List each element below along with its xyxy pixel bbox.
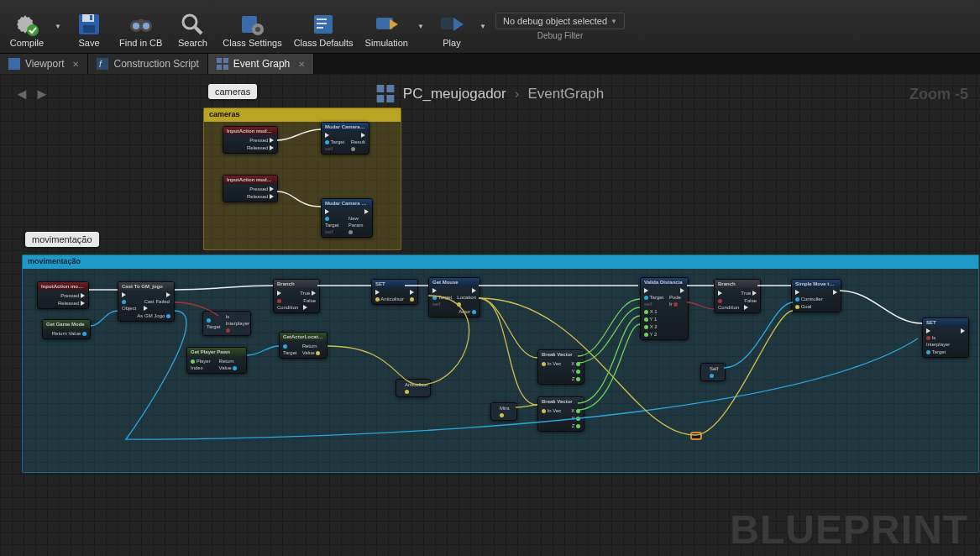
compile-label: Compile — [10, 38, 44, 48]
tab-construction-label: Construction Script — [113, 58, 198, 70]
svg-rect-28 — [223, 58, 228, 63]
node-title: Get Player Pawn — [187, 348, 246, 356]
svg-rect-34 — [386, 95, 394, 102]
nav-back-button[interactable]: ◄ — [12, 84, 32, 104]
node-title: GetActorLocation — [280, 333, 327, 341]
svg-rect-29 — [217, 65, 222, 70]
node-title: SET — [372, 280, 417, 288]
svg-rect-30 — [223, 65, 228, 70]
node-title: Get Mouse — [429, 278, 480, 286]
node-title: Get Game Mode — [43, 320, 90, 328]
zoom-indicator: Zoom -5 — [909, 86, 968, 103]
node-title: InputAction mudarCameraesq — [223, 176, 277, 184]
node-is-interplayer-var[interactable]: TargetIs Interplayer — [202, 311, 251, 336]
node-simplemove[interactable]: Simple Move to Location Controller Goal — [791, 279, 841, 312]
tab-construction[interactable]: f Construction Script — [88, 54, 207, 74]
find-label: Find in CB — [119, 38, 162, 48]
tab-eventgraph[interactable]: Event Graph ✕ — [208, 54, 314, 74]
simulation-button[interactable]: Simulation — [360, 2, 413, 51]
function-icon: f — [97, 58, 108, 70]
node-mudarcameradir[interactable]: Mudar Camera Dir Target selfResult — [321, 122, 369, 155]
node-set-isinterplayer[interactable]: SET Is Interplayer Target — [922, 317, 969, 358]
graph-tabs: Viewport ✕ f Construction Script Event G… — [0, 54, 980, 74]
node-inputaction-camdir[interactable]: InputAction mudarCameradir Pressed Relea… — [223, 126, 278, 154]
breadcrumb-graph[interactable]: EventGraph — [527, 86, 604, 102]
play-dropdown[interactable]: ▼ — [477, 2, 489, 51]
node-title: Mudar Camera Esq — [322, 199, 372, 207]
debug-filter-box: No debug object selected ▼ Debug Filter — [495, 2, 625, 51]
node-branch-2[interactable]: Branch True ConditionFalse — [714, 279, 761, 313]
svg-marker-21 — [390, 19, 398, 29]
node-branch-1[interactable]: Branch True ConditionFalse — [273, 279, 320, 313]
simulation-dropdown[interactable]: ▼ — [415, 2, 427, 51]
breadcrumb-class[interactable]: PC_meujogador — [403, 86, 506, 102]
search-button[interactable]: Search — [169, 2, 216, 51]
node-validadistancia[interactable]: Valida Distancia Target selfPode Ir X 1 … — [640, 277, 689, 340]
node-title: Branch — [715, 280, 760, 288]
save-label: Save — [78, 38, 99, 48]
node-cast-gmjogo[interactable]: Cast To GM_jogo ObjectCast Failed As GM … — [118, 281, 175, 322]
node-getactorlocation[interactable]: GetActorLocation TargetReturn Value — [279, 332, 328, 359]
node-breakvector-2[interactable]: Break Vector In VecX Y Z — [537, 396, 584, 432]
svg-rect-24 — [8, 58, 20, 70]
comment-cameras-title: cameras — [204, 108, 401, 122]
node-title: Cast To GM_jogo — [118, 282, 174, 291]
node-title: Branch — [274, 280, 319, 288]
node-title: Mudar Camera Dir — [322, 123, 369, 131]
tab-eventgraph-label: Event Graph — [233, 58, 290, 70]
comment-mov-title: movimentação — [23, 255, 978, 269]
svg-point-11 — [183, 15, 197, 29]
play-button[interactable]: Play — [428, 2, 475, 51]
node-mudarcameraesq[interactable]: Mudar Camera Esq Target selfNew Param — [321, 198, 373, 238]
close-icon[interactable]: ✕ — [298, 60, 305, 69]
node-title: SET — [923, 318, 968, 327]
svg-point-9 — [143, 23, 149, 29]
node-anticolisor-var[interactable]: Anticolisor — [396, 379, 431, 397]
svg-point-15 — [255, 27, 260, 32]
compile-dropdown[interactable]: ▼ — [52, 2, 64, 51]
svg-rect-4 — [83, 25, 95, 33]
node-inputaction-mousedir[interactable]: InputAction mousedir Pressed Released — [37, 281, 89, 309]
node-title: InputAction mousedir — [38, 282, 88, 291]
node-inputaction-camesq[interactable]: InputAction mudarCameraesq Pressed Relea… — [223, 175, 278, 202]
chevron-right-icon: › — [515, 86, 520, 102]
breadcrumb: PC_meujogador › EventGraph — [376, 85, 604, 103]
node-title: InputAction mudarCameradir — [223, 127, 277, 135]
svg-rect-5 — [90, 15, 92, 20]
class-settings-button[interactable]: Class Settings — [217, 2, 286, 51]
floppy-icon — [76, 11, 102, 38]
tooltip-cameras: cameras — [208, 84, 257, 99]
svg-point-1 — [27, 24, 39, 36]
search-label: Search — [178, 38, 207, 48]
blueprint-watermark: BLUEPRINT — [730, 506, 968, 553]
svg-rect-19 — [317, 27, 323, 29]
magnifier-icon — [179, 11, 206, 38]
tab-viewport[interactable]: Viewport ✕ — [0, 54, 88, 74]
node-getplayerpawn[interactable]: Get Player Pawn Player IndexReturn Value — [186, 347, 247, 374]
close-icon[interactable]: ✕ — [72, 60, 79, 69]
svg-rect-10 — [139, 19, 144, 24]
debug-object-selector[interactable]: No debug object selected ▼ — [495, 13, 625, 29]
svg-rect-33 — [376, 95, 384, 102]
save-button[interactable]: Save — [66, 2, 113, 51]
svg-point-8 — [133, 23, 139, 29]
node-getmouse[interactable]: Get Mouse Target selfLocation Actor — [428, 277, 480, 317]
class-defaults-button[interactable]: Class Defaults — [289, 2, 359, 51]
node-mira-var[interactable]: Mira — [490, 402, 517, 421]
play-label: Play — [443, 38, 460, 48]
class-settings-icon — [239, 11, 266, 38]
find-in-cb-button[interactable]: Find in CB — [114, 2, 167, 51]
binoculars-icon — [128, 11, 155, 38]
reroute-node[interactable] — [690, 432, 702, 440]
node-set-anticolisor[interactable]: SET Anticolisor — [371, 279, 418, 305]
event-graph-canvas[interactable]: ◄ ► PC_meujogador › EventGraph Zoom -5 c… — [0, 74, 980, 556]
node-self-var[interactable]: Self — [700, 363, 726, 381]
node-title: Break Vector — [538, 350, 584, 359]
node-getgamemode[interactable]: Get Game Mode Return Value — [42, 319, 91, 339]
node-breakvector-1[interactable]: Break Vector In VecX Y Z — [537, 349, 584, 385]
svg-marker-23 — [453, 18, 464, 31]
debug-object-label: No debug object selected — [503, 16, 607, 26]
nav-forward-button[interactable]: ► — [32, 84, 52, 104]
compile-button[interactable]: Compile — [3, 2, 50, 51]
viewport-icon — [8, 58, 20, 70]
